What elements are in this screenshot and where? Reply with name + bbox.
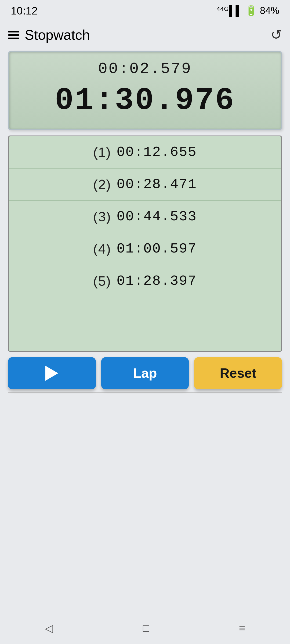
lap-time-2: 00:28.471 [117, 177, 197, 192]
lap-row-empty [9, 297, 281, 351]
status-icons: ⁴⁴ᴳ▌▌ 🔋 84% [216, 5, 279, 16]
bottom-nav: ◁ □ ≡ [0, 612, 290, 644]
lap-num-3: (3) [93, 209, 111, 225]
lap-row: (3) 00:44.533 [9, 201, 281, 233]
battery-icon: 🔋 [245, 5, 257, 16]
top-bar: Stopwatch ↺ [0, 21, 290, 48]
app-title: Stopwatch [25, 27, 271, 43]
lap-row: (5) 01:28.397 [9, 265, 281, 297]
signal-icon: ⁴⁴ᴳ▌▌ [216, 5, 242, 16]
lap-row: (1) 00:12.655 [9, 136, 281, 169]
lap-time-5: 01:28.397 [117, 273, 197, 289]
history-button[interactable]: ↺ [271, 27, 282, 43]
main-display: 00:02.579 01:30.976 [8, 51, 282, 130]
nav-menu-button[interactable]: ≡ [239, 622, 245, 634]
play-icon [45, 366, 58, 381]
divider [8, 392, 282, 393]
status-bar: 10:12 ⁴⁴ᴳ▌▌ 🔋 84% [0, 0, 290, 21]
lap-time-1: 00:12.655 [117, 144, 197, 160]
battery-percent: 84% [260, 5, 279, 16]
menu-button[interactable] [8, 31, 19, 39]
lap-button[interactable]: Lap [101, 357, 189, 389]
lap-list: (1) 00:12.655 (2) 00:28.471 (3) 00:44.53… [8, 136, 282, 352]
status-time: 10:12 [11, 5, 38, 17]
action-buttons: Lap Reset [8, 357, 282, 389]
lap-row: (4) 01:00.597 [9, 233, 281, 265]
lap-num-4: (4) [93, 241, 111, 257]
small-time-display: 00:02.579 [98, 60, 192, 78]
home-button[interactable]: □ [143, 622, 149, 634]
lap-row: (2) 00:28.471 [9, 169, 281, 201]
reset-button[interactable]: Reset [194, 357, 282, 389]
play-button[interactable] [8, 357, 96, 389]
large-time-display: 01:30.976 [55, 83, 235, 118]
lap-time-4: 01:00.597 [117, 241, 197, 257]
lap-time-3: 00:44.533 [117, 209, 197, 225]
lap-num-1: (1) [93, 145, 111, 160]
lap-num-5: (5) [93, 273, 111, 289]
lap-num-2: (2) [93, 177, 111, 192]
back-button[interactable]: ◁ [45, 622, 53, 634]
